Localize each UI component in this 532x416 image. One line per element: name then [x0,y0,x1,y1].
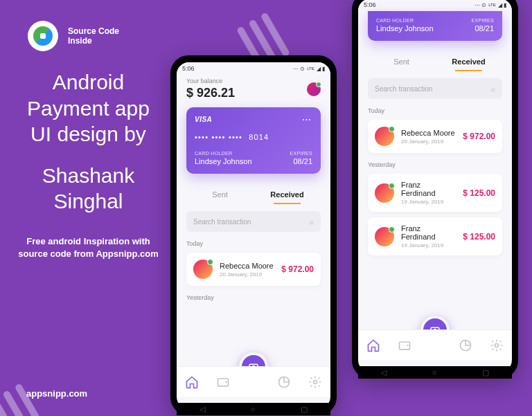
search-placeholder: Search transaction [375,85,432,93]
transaction-date: 20 January, 2019 [401,138,456,145]
search-input[interactable]: Search transaction ⌕ [186,211,321,232]
hw-buttons: ◁○▢ [177,403,330,415]
transaction-row[interactable]: Rebecca Moore 20 January, 2019 $ 972.00 [186,253,321,286]
card-more-icon[interactable]: ⋯ [302,118,312,121]
card-expires-label: EXPIRES [290,151,312,156]
search-input[interactable]: Search transaction ⌕ [368,78,502,99]
nav-wallet-icon[interactable] [398,338,411,352]
credit-card[interactable]: VISA ⋯ •••• •••• •••• 8014 CARD HOLDER L… [186,107,321,174]
status-bar: 5:06 ⋯ ⊙ LTE ◢ ▮ [177,62,330,75]
card-expires-label: EXPIRES [472,18,494,23]
profile-avatar[interactable] [307,82,321,96]
card-brand: VISA [195,116,212,123]
search-placeholder: Search transaction [193,218,251,226]
transaction-row[interactable]: Franz Ferdinand 19 January, 2019 $ 125.0… [368,174,502,212]
phone-mock-right: 5:06 ⋯ ⊙ LTE ◢ ▮ CARD HOLDER Lindsey Joh… [352,0,518,379]
transaction-amount: $ 125.00 [463,188,495,198]
transaction-avatar [375,227,394,246]
transaction-name: Franz Ferdinand [401,224,456,241]
transaction-row[interactable]: Franz Ferdinand 19 January, 2019 $ 125.0… [368,217,502,255]
phone-mock-left: 5:06 ⋯ ⊙ LTE ◢ ▮ Your balance $ 926.21 V… [170,55,337,415]
transaction-amount: $ 972.00 [463,132,495,141]
hero-title: Android Payment app UI design by [14,69,163,147]
transaction-date: 19 January, 2019 [401,242,456,248]
hero: Android Payment app UI design by Shashan… [14,69,163,260]
card-header[interactable]: CARD HOLDER Lindsey Johnson EXPIRES 08/2… [368,11,502,41]
status-icons: ⋯ ⊙ LTE ◢ ▮ [475,2,506,8]
transaction-amount: $ 972.00 [281,264,314,274]
nav-settings-icon[interactable] [490,338,504,352]
card-expires: 08/21 [472,24,494,33]
transaction-avatar [375,183,394,203]
logo-line1: Source Code [68,26,119,36]
tab-received[interactable]: Received [435,52,502,71]
search-icon: ⌕ [491,85,495,93]
transaction-name: Rebecca Moore [401,129,456,137]
svg-point-4 [313,380,317,383]
transaction-date: 19 January, 2019 [401,199,456,205]
section-today: Today [186,240,321,247]
bottom-nav [358,329,512,360]
svg-point-9 [495,343,498,347]
section-yesterday: Yesterday [368,161,502,168]
nav-wallet-icon[interactable] [216,375,230,389]
card-expires: 08/21 [290,157,312,165]
search-icon: ⌕ [310,218,314,226]
tab-sent[interactable]: Sent [186,185,254,204]
transaction-date: 20 January, 2019 [220,271,274,278]
card-number-masked: •••• •••• •••• [195,133,242,141]
nav-home-icon[interactable] [366,338,380,352]
android-studio-logo [28,21,58,51]
transaction-name: Franz Ferdinand [401,181,456,197]
transaction-row[interactable]: Rebecca Moore 20 January, 2019 $ 972.00 [368,120,502,153]
card-holder-label: CARD HOLDER [195,151,252,156]
card-number-last: 8014 [249,133,269,141]
card-number: •••• •••• •••• 8014 [195,133,312,141]
nav-settings-icon[interactable] [308,375,322,389]
nav-home-icon[interactable] [185,375,199,389]
tabs: Sent Received [368,52,502,71]
transaction-avatar [375,127,394,146]
card-holder-label: CARD HOLDER [376,18,434,23]
transaction-amount: $ 125.00 [463,232,495,242]
tab-received[interactable]: Received [254,185,321,204]
section-today: Today [368,107,502,114]
hw-buttons: ◁○▢ [358,366,512,379]
logo-line2: Inside [68,36,119,46]
card-holder: Lindsey Johnson [376,24,434,33]
balance-value: $ 926.21 [186,86,235,100]
status-icons: ⋯ ⊙ LTE ◢ ▮ [293,66,325,72]
tab-sent[interactable]: Sent [368,52,435,71]
nav-stats-icon[interactable] [277,375,291,389]
balance-label: Your balance [186,78,235,84]
card-holder: Lindsey Johnson [195,157,252,165]
logo-text: Source Code Inside [68,26,119,46]
transaction-avatar [193,260,213,279]
hero-author: Shashank Singhal [14,163,163,215]
tabs: Sent Received [186,185,321,204]
bottom-nav [177,366,330,397]
status-time: 5:06 [182,65,195,72]
nav-stats-icon[interactable] [459,338,472,352]
balance-row: Your balance $ 926.21 [186,78,321,100]
transaction-name: Rebecca Moore [220,262,274,270]
site-url: appsnipp.com [26,388,87,399]
status-bar: 5:06 ⋯ ⊙ LTE ◢ ▮ [358,0,512,11]
logo-area: Source Code Inside [28,21,119,51]
section-yesterday: Yesterday [186,294,321,301]
hero-subtitle: Free android Inspiration with source cod… [14,235,163,260]
status-time: 5:06 [364,1,376,8]
